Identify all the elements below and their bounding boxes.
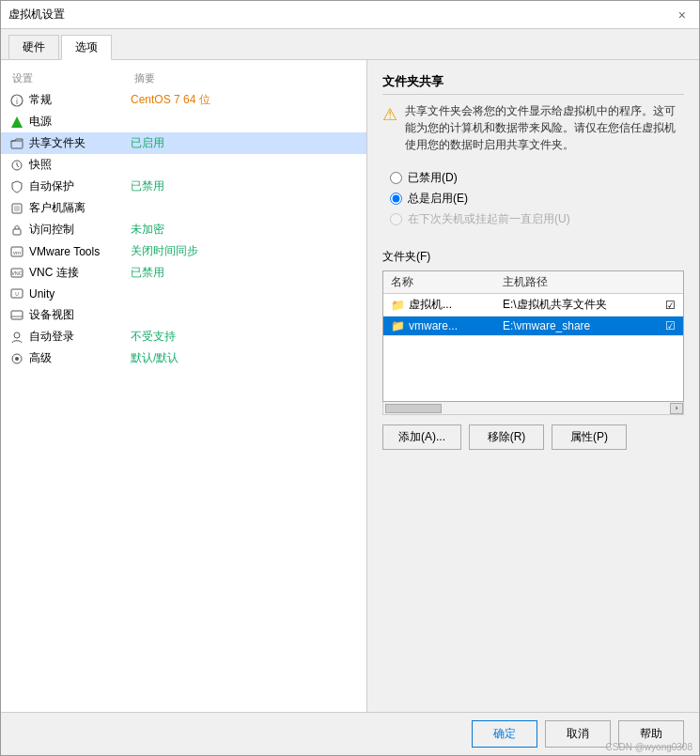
guest-isolation-icon [8,201,25,216]
unity-icon: U [8,286,25,301]
guest-isolation-label: 客户机隔离 [29,200,131,216]
folder-check-1[interactable]: ☑ [658,294,683,316]
svg-point-18 [15,357,19,361]
folder-name-1: 📁 虚拟机... [383,294,495,316]
device-view-label: 设备视图 [29,307,131,323]
folder-properties-button[interactable]: 属性(P) [552,424,627,450]
settings-header: 设置 摘要 [1,68,366,89]
settings-row-vnc[interactable]: VNC VNC 连接 已禁用 [1,262,366,284]
svg-rect-7 [13,229,21,235]
device-view-icon [8,308,25,323]
shared-folder-label: 共享文件夹 [29,135,131,151]
svg-rect-3 [11,141,23,148]
radio-disabled[interactable]: 已禁用(D) [390,170,684,186]
autoprotect-label: 自动保护 [29,178,131,194]
folder-path-2: E:\vmware_share [495,316,658,336]
svg-marker-2 [11,116,23,128]
settings-row-access-control[interactable]: 访问控制 未加密 [1,219,366,240]
tab-options[interactable]: 选项 [61,35,112,60]
warning-box: ⚠ 共享文件夹会将您的文件显示给虚拟机中的程序。这可能为您的计算机和数据带来风险… [382,102,684,153]
folder-icon-2: 📁 [391,319,405,332]
folder-table: 名称 主机路径 📁 虚拟机... [383,271,683,336]
vmware-tools-value: 关闭时间同步 [131,243,359,259]
svg-point-16 [14,332,20,338]
auto-login-icon [8,330,25,345]
dialog-footer: 确定 取消 帮助 [1,712,699,755]
main-content: 设置 摘要 i 常规 CentOS 7 64 位 电源 [1,60,699,712]
dialog-title: 虚拟机设置 [8,7,65,23]
shared-folder-icon [8,136,25,151]
advanced-icon [8,351,25,366]
table-row[interactable]: 📁 虚拟机... E:\虚拟机共享文件夹 ☑ [383,294,683,316]
cancel-button[interactable]: 取消 [545,720,611,748]
svg-text:U: U [15,291,19,297]
auto-login-value: 不受支持 [131,329,359,345]
settings-row-auto-login[interactable]: 自动登录 不受支持 [1,326,366,347]
radio-group: 已禁用(D) 总是启用(E) 在下次关机或挂起前一直启用(U) [390,170,684,232]
radio-until-shutdown[interactable]: 在下次关机或挂起前一直启用(U) [390,211,684,227]
table-row[interactable]: 📁 vmware... E:\vmware_share ☑ [383,316,683,336]
settings-row-unity[interactable]: U Unity [1,284,366,304]
svg-rect-14 [11,311,23,319]
add-folder-button[interactable]: 添加(A)... [382,424,461,450]
folder-icon-1: 📁 [391,299,405,312]
settings-row-advanced[interactable]: 高级 默认/默认 [1,347,366,369]
summary-col-label: 摘要 [134,71,355,85]
shared-folder-value: 已启用 [131,135,359,151]
advanced-label: 高级 [29,350,131,366]
warning-icon: ⚠ [382,104,397,125]
table-header-path: 主机路径 [495,271,658,294]
radio-always[interactable]: 总是启用(E) [390,191,684,207]
settings-row-general[interactable]: i 常规 CentOS 7 64 位 [1,89,366,111]
settings-row-autoprotect[interactable]: 自动保护 已禁用 [1,176,366,197]
ok-button[interactable]: 确定 [472,720,537,748]
auto-login-label: 自动登录 [29,329,131,345]
vnc-label: VNC 连接 [29,265,131,281]
table-header-name: 名称 [383,271,495,294]
settings-row-vmware-tools[interactable]: vm VMware Tools 关闭时间同步 [1,240,366,262]
svg-text:i: i [16,97,18,106]
folder-check-2[interactable]: ☑ [658,316,683,336]
access-control-icon [8,223,25,238]
vnc-icon: VNC [8,266,25,281]
folder-name-2: 📁 vmware... [383,316,495,336]
vmware-tools-label: VMware Tools [29,245,131,258]
settings-row-shared-folder[interactable]: 共享文件夹 已启用 [1,132,366,154]
access-control-label: 访问控制 [29,222,131,238]
settings-row-guest-isolation[interactable]: 客户机隔离 [1,197,366,219]
radio-always-label: 总是启用(E) [408,191,468,207]
folder-buttons: 添加(A)... 移除(R) 属性(P) [382,424,684,450]
general-icon: i [8,93,25,108]
folder-section-title: 文件夹(F) [382,249,684,265]
svg-text:vm: vm [13,249,21,255]
unity-label: Unity [29,287,131,301]
radio-until-shutdown-label: 在下次关机或挂起前一直启用(U) [408,211,570,227]
settings-row-device-view[interactable]: 设备视图 [1,304,366,326]
folder-table-container[interactable]: 名称 主机路径 📁 虚拟机... [382,270,684,402]
close-button[interactable]: × [673,6,692,24]
snapshot-icon [8,158,25,173]
power-icon [8,115,25,130]
left-panel: 设置 摘要 i 常规 CentOS 7 64 位 电源 [1,60,367,712]
tab-hardware[interactable]: 硬件 [8,35,59,59]
general-label: 常规 [29,92,131,108]
title-bar: 虚拟机设置 × [1,1,699,29]
remove-folder-button[interactable]: 移除(R) [469,424,544,450]
radio-disabled-label: 已禁用(D) [408,170,458,186]
main-dialog: 虚拟机设置 × 硬件 选项 设置 摘要 i 常规 CentOS 7 64 位 [0,0,700,756]
autoprotect-icon [8,179,25,194]
power-label: 电源 [29,114,131,130]
access-control-value: 未加密 [131,222,359,238]
folder-section: 文件夹(F) 名称 主机路径 [382,249,684,450]
svg-text:VNC: VNC [11,270,23,275]
section-title: 文件夹共享 [382,73,684,95]
vmware-tools-icon: vm [8,244,25,259]
settings-row-snapshot[interactable]: 快照 [1,154,366,176]
watermark: CSDN @wyong0308 [606,742,692,752]
table-header-check [658,271,683,294]
settings-row-power[interactable]: 电源 [1,111,366,132]
warning-text: 共享文件夹会将您的文件显示给虚拟机中的程序。这可能为您的计算机和数据带来风险。请… [405,102,684,153]
autoprotect-value: 已禁用 [131,178,359,194]
right-panel: 文件夹共享 ⚠ 共享文件夹会将您的文件显示给虚拟机中的程序。这可能为您的计算机和… [367,60,699,712]
folder-path-1: E:\虚拟机共享文件夹 [495,294,658,316]
